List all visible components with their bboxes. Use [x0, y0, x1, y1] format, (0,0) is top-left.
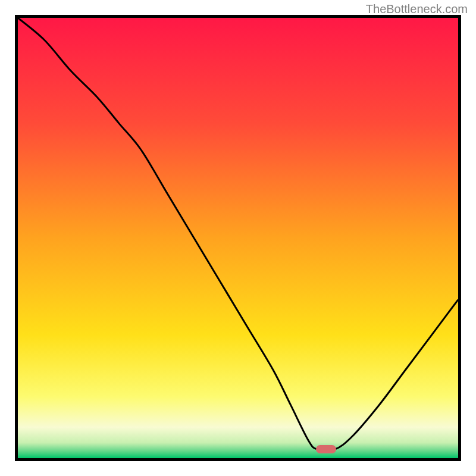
chart-plot-area: [15, 15, 461, 461]
optimum-marker: [316, 445, 336, 453]
bottleneck-curve: [18, 18, 458, 458]
watermark-text: TheBottleneck.com: [366, 2, 468, 16]
